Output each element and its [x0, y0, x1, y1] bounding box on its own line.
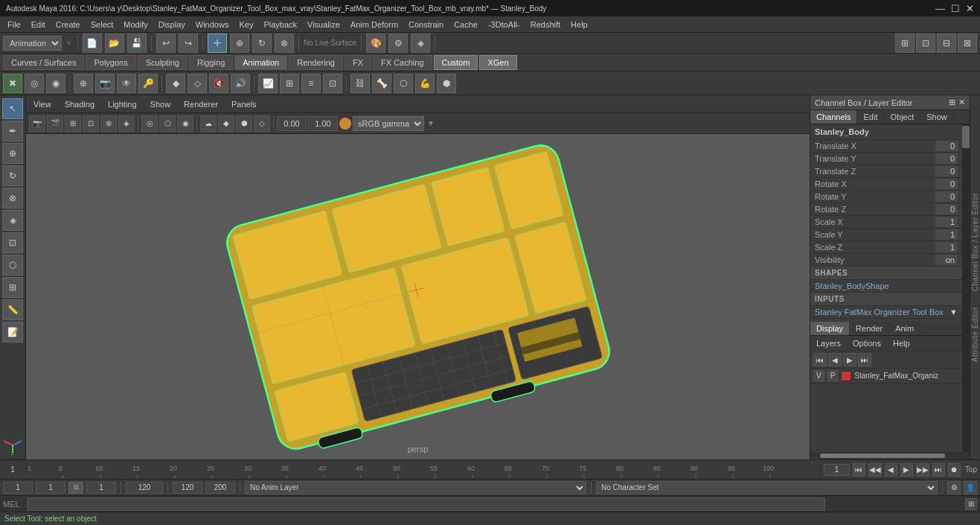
maximize-btn[interactable]: ☐	[951, 3, 960, 14]
tab-rendering[interactable]: Rendering	[289, 55, 343, 70]
move-tool-btn[interactable]: ⊕	[230, 34, 249, 53]
no-char-set-select[interactable]: No Character Set	[596, 481, 938, 494]
vp-grid-icon[interactable]: ⊡	[83, 115, 99, 132]
cb-tab-edit[interactable]: Edit	[857, 110, 884, 124]
layer-color-swatch[interactable]	[841, 371, 851, 381]
layer-go-start-btn[interactable]: ⏮	[813, 353, 827, 366]
layer-go-end-btn[interactable]: ⏭	[858, 353, 871, 366]
timeline-track[interactable]: 1 5 10 15 20 25 30 35 40	[26, 460, 820, 479]
menu-create[interactable]: Create	[51, 19, 85, 31]
anim-settings-btn[interactable]: ⚙	[947, 481, 961, 494]
open-btn[interactable]: 📂	[105, 34, 124, 53]
lasso-icon[interactable]: ◎	[25, 74, 44, 93]
tab-sculpting[interactable]: Sculpting	[138, 55, 188, 70]
muscle-icon[interactable]: 💪	[415, 74, 435, 93]
vp-menu-renderer[interactable]: Renderer	[179, 98, 222, 110]
scale-tool-left[interactable]: ⊗	[2, 188, 23, 209]
gamma-select[interactable]: sRGB gamma	[353, 116, 424, 131]
breakdown-icon[interactable]: ◇	[188, 74, 207, 93]
menu-playback[interactable]: Playback	[259, 19, 301, 31]
menu-3dtoa[interactable]: -3DtoAll-	[484, 19, 525, 31]
vp-wire-icon[interactable]: ⊗	[100, 115, 117, 132]
vp-ao-icon[interactable]: ◆	[218, 115, 234, 132]
soft-select[interactable]: ◈	[2, 210, 23, 231]
paint-tool[interactable]: ✒	[2, 121, 23, 141]
layers-menu-layers[interactable]: Layers	[813, 337, 844, 349]
scale-tool-btn[interactable]: ⊗	[275, 34, 294, 53]
vp-shade-icon[interactable]: ◈	[118, 115, 135, 132]
tab-fx-caching[interactable]: FX Caching	[373, 55, 432, 70]
lasso-tool[interactable]: ⬡	[2, 255, 23, 276]
clip-icon[interactable]: ⊡	[323, 74, 342, 93]
layer-prev-btn[interactable]: ◀	[828, 353, 842, 366]
key-icon[interactable]: 🔑	[138, 74, 158, 93]
vp-shadow-icon[interactable]: ☁	[200, 115, 217, 132]
tab-fx[interactable]: FX	[345, 55, 371, 70]
hide-icon[interactable]: 👁	[117, 74, 136, 93]
skin-icon[interactable]: ⬡	[394, 74, 413, 93]
playback-end-input[interactable]	[126, 482, 163, 494]
cb-val-visibility[interactable]: on	[935, 255, 958, 265]
vp-menu-view[interactable]: View	[29, 98, 56, 110]
play-btn[interactable]: ▶	[900, 463, 913, 477]
redo-btn[interactable]: ↪	[179, 34, 198, 53]
layout-btn1[interactable]: ⊞	[895, 34, 915, 53]
dra-tab-render[interactable]: Render	[850, 322, 889, 335]
cb-val-scale-z[interactable]: 1	[935, 242, 958, 252]
inputs-dropdown-icon[interactable]: ▼	[949, 308, 958, 316]
vp-aa-icon[interactable]: ⬢	[236, 115, 252, 132]
record-btn[interactable]: ⏺	[948, 463, 961, 477]
annotation-tool[interactable]: 📝	[2, 322, 23, 343]
paint-select-icon[interactable]: ◉	[46, 74, 65, 93]
viewport-3d[interactable]: View Shading Lighting Show Renderer Pane…	[26, 95, 810, 459]
menu-cache[interactable]: Cache	[449, 19, 482, 31]
menu-help[interactable]: Help	[566, 19, 592, 31]
layer-visibility-btn[interactable]: V	[813, 370, 824, 381]
vp-menu-shading[interactable]: Shading	[60, 98, 99, 110]
layers-menu-help[interactable]: Help	[890, 337, 913, 349]
select-tool-left[interactable]: ↖	[2, 98, 23, 119]
vp-menu-show[interactable]: Show	[146, 98, 176, 110]
skeleton-icon[interactable]: 🦴	[372, 74, 391, 93]
keyframe-icon[interactable]: ◆	[166, 74, 185, 93]
dope-sheet-icon[interactable]: ⊞	[280, 74, 299, 93]
unmute-icon[interactable]: 🔊	[231, 74, 250, 93]
cb-val-rotate-z[interactable]: 0	[935, 204, 958, 214]
layout-btn4[interactable]: ⊠	[958, 34, 977, 53]
menu-edit[interactable]: Edit	[27, 19, 50, 31]
cb-val-translate-x[interactable]: 0	[935, 141, 958, 151]
vp-menu-lighting[interactable]: Lighting	[103, 98, 141, 110]
cb-expand-btn[interactable]: ⊞	[949, 98, 955, 107]
snap-btn[interactable]: ⊡	[2, 232, 23, 253]
tab-custom[interactable]: Custom	[434, 55, 478, 70]
next-key-btn[interactable]: ▶▶	[916, 463, 929, 477]
no-anim-layer-select[interactable]: No Anim Layer	[245, 481, 586, 494]
render-btn[interactable]: 🎨	[366, 34, 385, 53]
dra-tab-display[interactable]: Display	[810, 322, 850, 335]
menu-windows[interactable]: Windows	[191, 19, 234, 31]
animation-mode-select[interactable]: Animation	[3, 36, 62, 51]
deform-icon[interactable]: ⬢	[437, 74, 456, 93]
mute-icon[interactable]: 🔇	[209, 74, 228, 93]
vp-xray-icon[interactable]: ⬡	[159, 115, 176, 132]
char-settings-btn[interactable]: 👤	[964, 481, 977, 494]
range-end-input[interactable]	[173, 482, 202, 494]
script-btn[interactable]: ⊞	[965, 498, 977, 510]
vp-dof-icon[interactable]: ◇	[254, 115, 270, 132]
menu-key[interactable]: Key	[234, 19, 257, 31]
prev-key-btn[interactable]: ◀	[885, 463, 897, 477]
vp-menu-panels[interactable]: Panels	[227, 98, 261, 110]
cb-hscrollbar-thumb[interactable]	[820, 454, 945, 458]
frame-input[interactable]	[36, 482, 65, 494]
layout-btn3[interactable]: ⊟	[937, 34, 956, 53]
rotate-tool-left[interactable]: ↻	[2, 165, 23, 186]
move-icon[interactable]: ⊕	[74, 74, 93, 93]
prev-frame-btn[interactable]: ◀◀	[868, 463, 882, 477]
attribute-editor-sidebar[interactable]: Channel Box / Layer Editor Attribute Edi…	[970, 95, 980, 459]
frame-step-input[interactable]	[86, 482, 116, 494]
cb-close-btn[interactable]: ✕	[958, 98, 965, 107]
go-end-btn[interactable]: ⏭	[932, 463, 945, 477]
layer-next-btn[interactable]: ▶	[843, 353, 856, 366]
cb-val-translate-y[interactable]: 0	[935, 153, 958, 164]
measure-tool[interactable]: 📏	[2, 299, 23, 320]
